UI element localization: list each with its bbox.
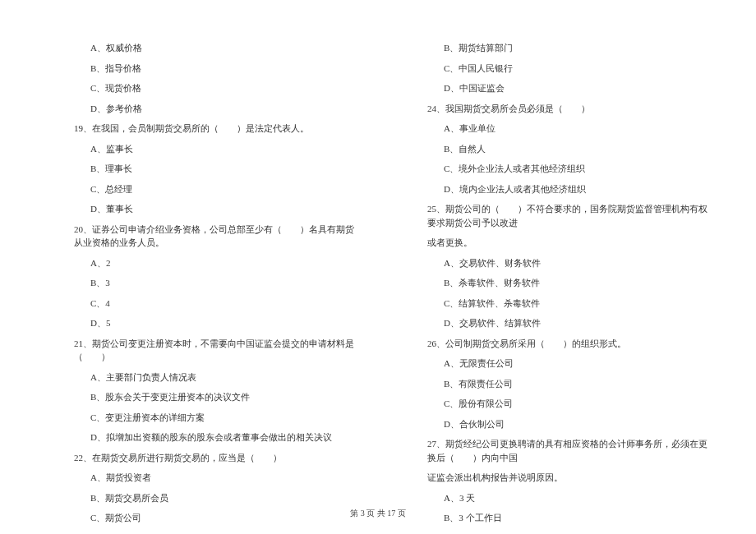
- left-column: A、权威价格B、指导价格C、现货价格D、参考价格19、在我国，会员制期货交易所的…: [74, 41, 362, 534]
- answer-option: C、境外企业法人或者其他经济组织: [427, 162, 715, 176]
- right-column: B、期货结算部门C、中国人民银行D、中国证监会24、我国期货交易所会员必须是（ …: [427, 41, 715, 534]
- answer-option: B、自然人: [427, 142, 715, 156]
- answer-option: A、事业单位: [427, 122, 715, 136]
- answer-option: A、3 天: [427, 491, 715, 505]
- question-text: 21、期货公司变更注册资本时，不需要向中国证监会提交的申请材料是（ ）: [74, 337, 362, 364]
- answer-option: B、期货交易所会员: [74, 491, 362, 505]
- question-text: 25、期货公司的（ ）不符合要求的，国务院期货监督管理机构有权要求期货公司予以改…: [427, 202, 715, 229]
- question-continuation: 或者更换。: [427, 236, 715, 250]
- answer-option: D、合伙制公司: [427, 417, 715, 431]
- document-page: A、权威价格B、指导价格C、现货价格D、参考价格19、在我国，会员制期货交易所的…: [0, 0, 756, 534]
- answer-option: B、有限责任公司: [427, 377, 715, 391]
- answer-option: D、拟增加出资额的股东的股东会或者董事会做出的相关决议: [74, 430, 362, 444]
- question-text: 22、在期货交易所进行期货交易的，应当是（ ）: [74, 451, 362, 465]
- answer-option: C、中国人民银行: [427, 62, 715, 76]
- answer-option: C、一周: [427, 532, 715, 535]
- answer-option: A、2: [74, 256, 362, 270]
- answer-option: C、现货价格: [74, 81, 362, 95]
- question-text: 27、期货经纪公司更换聘请的具有相应资格的会计师事务所，必须在更换后（ ）内向中…: [427, 437, 715, 464]
- page-footer: 第 3 页 共 17 页: [0, 508, 756, 519]
- answer-option: D、境内企业法人或者其他经济组织: [427, 182, 715, 196]
- question-text: 20、证券公司申请介绍业务资格，公司总部至少有（ ）名具有期货从业资格的业务人员…: [74, 223, 362, 250]
- answer-option: B、理事长: [74, 162, 362, 176]
- answer-option: C、总经理: [74, 182, 362, 196]
- answer-option: B、3: [74, 276, 362, 290]
- answer-option: A、无限责任公司: [427, 357, 715, 371]
- question-continuation: 证监会派出机构报告并说明原因。: [427, 471, 715, 485]
- answer-option: A、交易软件、财务软件: [427, 256, 715, 270]
- answer-option: B、指导价格: [74, 62, 362, 76]
- question-text: 24、我国期货交易所会员必须是（ ）: [427, 102, 715, 116]
- answer-option: C、4: [74, 297, 362, 311]
- answer-option: C、结算软件、杀毒软件: [427, 297, 715, 311]
- answer-option: B、股东会关于变更注册资本的决议文件: [74, 390, 362, 404]
- answer-option: D、董事长: [74, 202, 362, 216]
- answer-option: B、期货结算部门: [427, 41, 715, 55]
- answer-option: B、杀毒软件、财务软件: [427, 276, 715, 290]
- answer-option: D、交易软件、结算软件: [427, 316, 715, 330]
- answer-option: C、股份有限公司: [427, 397, 715, 411]
- answer-option: D、中国证监会: [427, 81, 715, 95]
- question-text: 19、在我国，会员制期货交易所的（ ）是法定代表人。: [74, 122, 362, 136]
- answer-option: D、结算会员: [74, 532, 362, 535]
- answer-option: C、变更注册资本的详细方案: [74, 411, 362, 425]
- answer-option: A、权威价格: [74, 41, 362, 55]
- answer-option: A、期货投资者: [74, 471, 362, 485]
- answer-option: D、5: [74, 316, 362, 330]
- answer-option: A、主要部门负责人情况表: [74, 371, 362, 384]
- answer-option: A、监事长: [74, 142, 362, 156]
- answer-option: D、参考价格: [74, 102, 362, 116]
- question-text: 26、公司制期货交易所采用（ ）的组织形式。: [427, 337, 715, 351]
